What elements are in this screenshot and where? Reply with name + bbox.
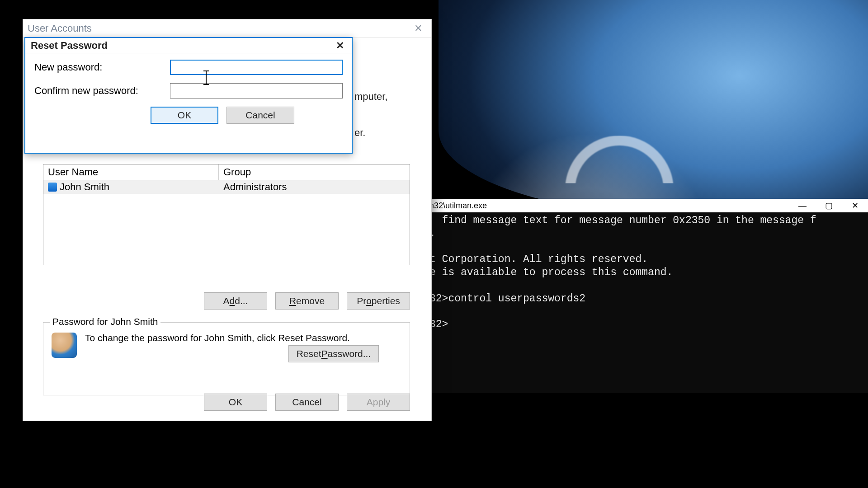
groupbox-legend: Password for John Smith (50, 316, 160, 327)
cell-group: Administrators (219, 181, 410, 193)
cmd-title: n32\utilman.exe (429, 201, 487, 211)
cmd-output[interactable]: find message text for message number 0x2… (427, 212, 868, 333)
user-accounts-titlebar[interactable]: User Accounts ✕ (23, 19, 431, 38)
obscured-text: mputer, er. (354, 91, 409, 139)
confirm-password-input[interactable] (170, 83, 343, 99)
users-listview[interactable]: User Name Group John Smith Administrator… (43, 164, 410, 265)
minimize-icon[interactable]: — (789, 199, 816, 212)
user-icon (48, 183, 57, 192)
cancel-button[interactable]: Cancel (275, 394, 339, 411)
avatar-icon (52, 333, 77, 358)
close-icon[interactable]: ✕ (842, 199, 868, 212)
cancel-button[interactable]: Cancel (226, 107, 294, 124)
user-accounts-title: User Accounts (28, 23, 92, 34)
reset-password-titlebar[interactable]: Reset Password ✕ (25, 38, 352, 53)
properties-button[interactable]: Properties (347, 292, 410, 310)
new-password-label: New password: (34, 61, 170, 73)
ok-button[interactable]: OK (204, 394, 267, 411)
remove-button[interactable]: Remove (275, 292, 339, 310)
table-row[interactable]: John Smith Administrators (43, 180, 410, 194)
maximize-icon[interactable]: ▢ (816, 199, 842, 212)
confirm-password-label: Confirm new password: (34, 85, 170, 97)
new-password-input[interactable] (170, 60, 343, 75)
cmd-window: n32\utilman.exe — ▢ ✕ find message text … (427, 212, 868, 393)
reset-password-dialog: Reset Password ✕ New password: Confirm n… (24, 37, 353, 154)
desktop-background (439, 0, 868, 217)
reset-password-button[interactable]: Reset Password... (288, 345, 379, 362)
column-header-user[interactable]: User Name (43, 164, 219, 180)
cmd-titlebar[interactable]: n32\utilman.exe — ▢ ✕ (427, 199, 868, 212)
apply-button[interactable]: Apply (347, 394, 410, 411)
close-icon[interactable]: ✕ (330, 39, 350, 52)
cell-user: John Smith (60, 181, 109, 193)
ok-button[interactable]: OK (151, 107, 218, 124)
reset-password-title: Reset Password (31, 40, 108, 52)
add-button[interactable]: Add... (204, 292, 267, 310)
column-header-group[interactable]: Group (219, 164, 410, 180)
password-groupbox: Password for John Smith To change the pa… (43, 322, 410, 395)
close-icon[interactable]: ✕ (408, 21, 429, 36)
password-message: To change the password for John Smith, c… (85, 333, 401, 343)
